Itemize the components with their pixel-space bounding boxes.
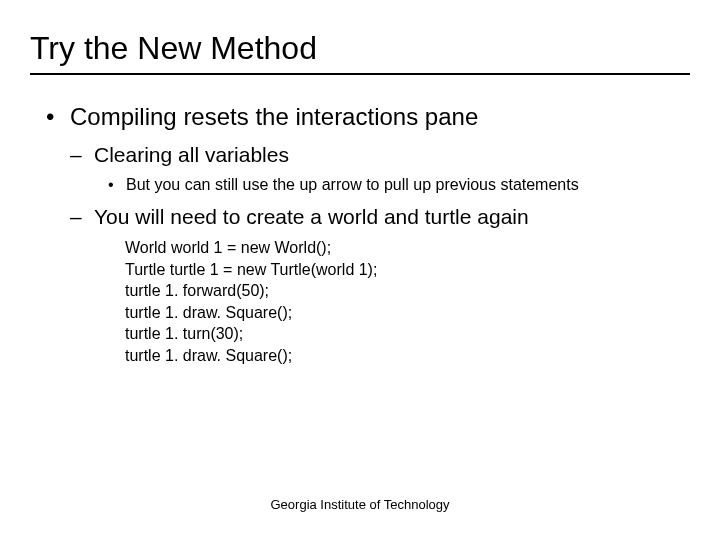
bullet-level2-clearing: Clearing all variables [70, 143, 690, 167]
bullet-level2-recreate: You will need to create a world and turt… [70, 205, 690, 229]
code-line: World world 1 = new World(); [125, 237, 690, 259]
code-line: turtle 1. draw. Square(); [125, 345, 690, 367]
slide-title: Try the New Method [30, 30, 690, 75]
code-line: turtle 1. forward(50); [125, 280, 690, 302]
code-line: Turtle turtle 1 = new Turtle(world 1); [125, 259, 690, 281]
code-line: turtle 1. draw. Square(); [125, 302, 690, 324]
bullet-level3-uparrow: But you can still use the up arrow to pu… [108, 175, 638, 195]
code-block: World world 1 = new World(); Turtle turt… [125, 237, 690, 367]
bullet-level1: Compiling resets the interactions pane [38, 103, 690, 131]
footer-institution: Georgia Institute of Technology [0, 497, 720, 512]
code-line: turtle 1. turn(30); [125, 323, 690, 345]
